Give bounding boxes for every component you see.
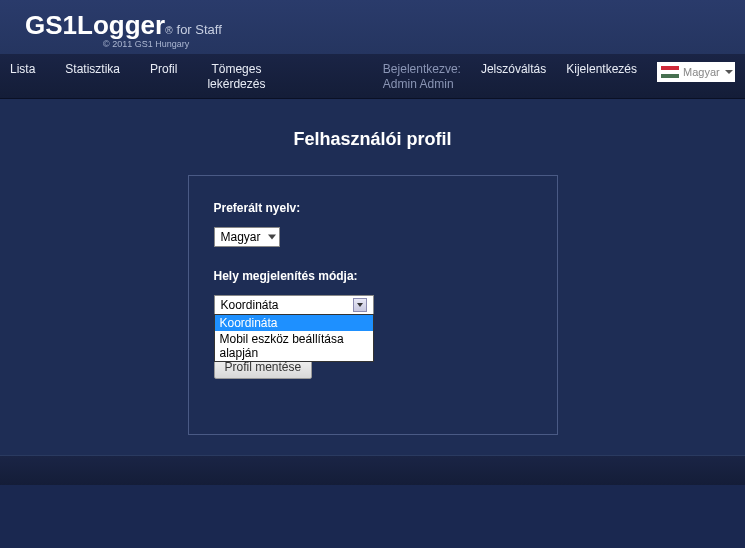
nav-item-logout[interactable]: Kijelentkezés [566, 62, 637, 77]
language-value: Magyar [683, 66, 720, 78]
preferred-language-value: Magyar [221, 230, 261, 244]
content: Felhasználói profil Preferált nyelv: Mag… [0, 99, 745, 455]
location-mode-option-1[interactable]: Mobil eszköz beállítása alapján [215, 331, 373, 361]
location-mode-option-0[interactable]: Koordináta [215, 315, 373, 331]
navbar: Lista Statisztika Profil Tömeges lekérde… [0, 54, 745, 99]
nav-item-password[interactable]: Jelszóváltás [481, 62, 546, 77]
language-selector[interactable]: Magyar [657, 62, 735, 82]
nav-item-profil[interactable]: Profil [150, 62, 177, 92]
copyright: © 2011 GS1 Hungary [103, 39, 720, 49]
location-mode-select[interactable]: Koordináta Koordináta Mobil eszköz beáll… [214, 295, 374, 315]
login-info: Bejelentkezve: Admin Admin [383, 62, 461, 92]
profile-form: Preferált nyelv: Magyar Hely megjeleníté… [188, 175, 558, 435]
location-mode-dropdown: Koordináta Mobil eszköz beállítása alapj… [214, 314, 374, 362]
logo-main: GS1Logger [25, 10, 165, 41]
logo-subtitle: for Staff [177, 22, 222, 37]
registered-icon: ® [165, 25, 172, 36]
preferred-language-label: Preferált nyelv: [214, 201, 532, 215]
nav-right: Bejelentkezve: Admin Admin Jelszóváltás … [383, 62, 735, 92]
flag-hungary-icon [661, 66, 679, 78]
footer [0, 455, 745, 485]
location-mode-value: Koordináta [221, 298, 279, 312]
nav-left: Lista Statisztika Profil Tömeges lekérde… [10, 62, 265, 92]
nav-item-lista[interactable]: Lista [10, 62, 35, 92]
nav-item-tomeges[interactable]: Tömeges lekérdezés [207, 62, 265, 92]
preferred-language-select[interactable]: Magyar [214, 227, 280, 247]
chevron-down-icon [268, 235, 276, 240]
nav-item-statisztika[interactable]: Statisztika [65, 62, 120, 92]
login-label: Bejelentkezve: [383, 62, 461, 76]
dropdown-button[interactable] [353, 298, 367, 312]
page-title: Felhasználói profil [15, 129, 730, 150]
chevron-down-icon [725, 70, 733, 74]
login-user: Admin Admin [383, 77, 454, 91]
location-mode-label: Hely megjelenítés módja: [214, 269, 532, 283]
app-header: GS1Logger® for Staff © 2011 GS1 Hungary [0, 0, 745, 54]
logo: GS1Logger® for Staff [25, 10, 720, 41]
